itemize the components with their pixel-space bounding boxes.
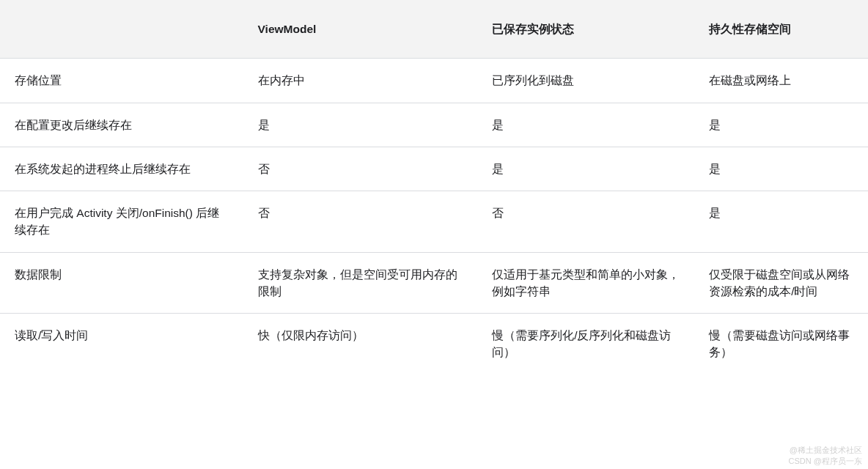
cell: 在磁盘或网络上: [694, 59, 868, 103]
table-row: 在用户完成 Activity 关闭/onFinish() 后继续存在 否 否 是: [0, 191, 868, 253]
cell: 否: [243, 147, 478, 191]
header-viewmodel: ViewModel: [243, 0, 478, 59]
watermark: @稀土掘金技术社区 CSDN @程序员一东: [789, 445, 862, 466]
header-empty: [0, 0, 243, 59]
cell: 是: [477, 147, 694, 191]
cell: 仅受限于磁盘空间或从网络资源检索的成本/时间: [694, 252, 868, 314]
cell: 慢（需要磁盘访问或网络事务）: [694, 314, 868, 374]
cell: 快（仅限内存访问）: [243, 314, 478, 374]
cell: 慢（需要序列化/反序列化和磁盘访问）: [477, 314, 694, 374]
header-saved-instance: 已保存实例状态: [477, 0, 694, 59]
table-row: 数据限制 支持复杂对象，但是空间受可用内存的限制 仅适用于基元类型和简单的小对象…: [0, 252, 868, 314]
row-label: 数据限制: [0, 252, 243, 314]
cell: 是: [694, 103, 868, 147]
comparison-table: ViewModel 已保存实例状态 持久性存储空间 存储位置 在内存中 已序列化…: [0, 0, 868, 374]
watermark-line2: CSDN @程序员一东: [789, 456, 862, 466]
row-label: 在用户完成 Activity 关闭/onFinish() 后继续存在: [0, 191, 243, 253]
table-row: 存储位置 在内存中 已序列化到磁盘 在磁盘或网络上: [0, 59, 868, 103]
row-label: 在配置更改后继续存在: [0, 103, 243, 147]
table-header-row: ViewModel 已保存实例状态 持久性存储空间: [0, 0, 868, 59]
cell: 已序列化到磁盘: [477, 59, 694, 103]
cell: 支持复杂对象，但是空间受可用内存的限制: [243, 252, 478, 314]
header-persistent: 持久性存储空间: [694, 0, 868, 59]
cell: 是: [477, 103, 694, 147]
table-row: 读取/写入时间 快（仅限内存访问） 慢（需要序列化/反序列化和磁盘访问） 慢（需…: [0, 314, 868, 374]
cell: 仅适用于基元类型和简单的小对象，例如字符串: [477, 252, 694, 314]
table-row: 在配置更改后继续存在 是 是 是: [0, 103, 868, 147]
cell: 否: [477, 191, 694, 253]
cell: 是: [694, 147, 868, 191]
cell: 否: [243, 191, 478, 253]
cell: 是: [243, 103, 478, 147]
cell: 是: [694, 191, 868, 253]
watermark-line1: @稀土掘金技术社区: [789, 445, 862, 455]
table-row: 在系统发起的进程终止后继续存在 否 是 是: [0, 147, 868, 191]
cell: 在内存中: [243, 59, 478, 103]
row-label: 读取/写入时间: [0, 314, 243, 374]
row-label: 在系统发起的进程终止后继续存在: [0, 147, 243, 191]
row-label: 存储位置: [0, 59, 243, 103]
